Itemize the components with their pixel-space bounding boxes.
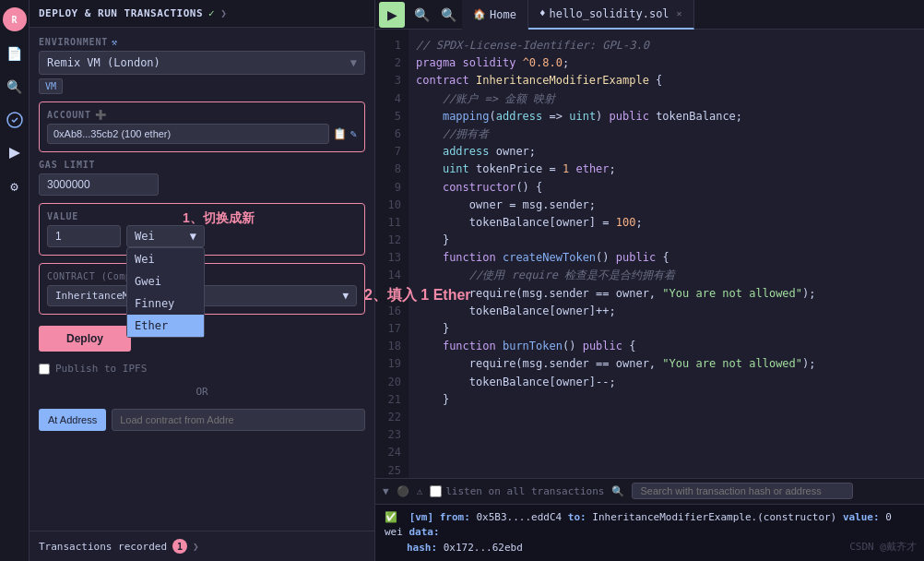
logo-icon: R <box>3 7 27 31</box>
env-arrow-icon: ▼ <box>350 56 357 69</box>
tx-to-label: to: <box>568 511 586 523</box>
tab-home[interactable]: 🏠 Home <box>462 0 528 30</box>
environment-label: ENVIRONMENT ⚒ <box>39 37 365 47</box>
deploy-header: DEPLOY & RUN TRANSACTIONS ✓ ❯ <box>30 0 374 28</box>
value-input[interactable] <box>47 225 121 247</box>
tx-hash-label: hash: <box>407 542 437 554</box>
code-editor: 12345 678910 1112131415 1617181920 21222… <box>375 30 924 478</box>
deploy-title: DEPLOY & RUN TRANSACTIONS <box>39 7 203 19</box>
value-label: VALUE <box>47 211 357 221</box>
publish-label: Publish to IPFS <box>55 363 147 375</box>
unit-option-gwei[interactable]: Gwei <box>127 270 204 292</box>
gas-limit-section: GAS LIMIT <box>39 160 365 196</box>
tx-ok-icon: ✅ <box>385 511 397 523</box>
gas-limit-input[interactable] <box>39 173 159 196</box>
tx-expand-arrow[interactable]: ❯ <box>193 541 199 553</box>
search-icon[interactable]: 🔍 <box>4 76 26 98</box>
code-line: pragma solidity ^0.8.0; <box>416 54 917 72</box>
compile-icon[interactable] <box>4 109 26 131</box>
tx-data-label: data: <box>409 526 440 538</box>
unit-select[interactable]: Wei ▼ <box>126 225 205 247</box>
bottom-bar: ▼ ⚫ ⚠ listen on all transactions 🔍 <box>375 478 924 504</box>
edit-icon[interactable]: ✎ <box>350 127 357 140</box>
account-row: 📋 ✎ <box>47 124 357 144</box>
zoom-in-button[interactable]: 🔍 <box>435 7 462 22</box>
tx-hash-value: 0x172...62ebd <box>444 542 523 554</box>
account-info-icon[interactable]: ➕ <box>95 110 107 120</box>
home-tab-icon: 🏠 <box>473 8 486 20</box>
publish-checkbox[interactable] <box>39 364 50 375</box>
code-line: } <box>416 232 917 249</box>
env-info-icon[interactable]: ⚒ <box>112 37 118 47</box>
tx-from-value: 0x5B3....eddC4 <box>477 511 563 523</box>
solidity-tab-label: hello_solidity.sol <box>550 7 669 20</box>
code-line: tokenBalance[owner] = 100; <box>416 214 917 232</box>
copy-icon[interactable]: 📋 <box>333 127 347 140</box>
collapse-icon[interactable]: ▼ <box>383 485 389 497</box>
listen-checkbox[interactable] <box>430 485 442 497</box>
icon-bar: R 📄 🔍 ⚙ <box>0 0 30 561</box>
code-line: require(msg.sender == owner, "You are no… <box>416 285 917 303</box>
gas-limit-label: GAS LIMIT <box>39 160 365 170</box>
collapse-arrow[interactable]: ❯ <box>220 7 227 19</box>
transactions-footer: Transactions recorded 1 ❯ <box>30 531 374 561</box>
tx-count-badge: 1 <box>172 539 187 554</box>
code-line: owner = msg.sender; <box>416 197 917 214</box>
tx-vm-label: [vm] <box>409 511 434 523</box>
tab-solidity[interactable]: ♦ hello_solidity.sol ✕ <box>528 0 694 30</box>
code-line: tokenBalance[owner]++; <box>416 303 917 320</box>
value-section: VALUE Wei ▼ Wei Gwei Finney Ether <box>39 203 365 256</box>
code-line: //使用 require 检查是不是合约拥有着 <box>416 267 917 284</box>
stop-icon[interactable]: ⚫ <box>397 485 409 497</box>
listen-checkbox-row: listen on all transactions <box>430 485 604 497</box>
deploy-button[interactable]: Deploy <box>39 326 131 352</box>
tx-log: ✅ [vm] from: 0x5B3....eddC4 to: Inherita… <box>375 504 924 562</box>
at-address-button[interactable]: At Address <box>39 409 106 431</box>
warning-icon: ⚠ <box>417 485 423 497</box>
code-line: } <box>416 391 917 409</box>
tab-bar: ▶ 🔍 🔍 🏠 Home ♦ hello_solidity.sol ✕ <box>375 0 924 30</box>
account-input[interactable] <box>47 124 329 144</box>
code-content[interactable]: // SPDX-License-Identifier: GPL-3.0 prag… <box>409 30 924 478</box>
code-line: contract InheritanceModifierExample { <box>416 72 917 90</box>
code-line: //拥有者 <box>416 125 917 143</box>
account-icons: 📋 ✎ <box>333 127 357 140</box>
environment-section: ENVIRONMENT ⚒ Remix VM (London) ▼ VM <box>39 37 365 94</box>
tab-close-icon[interactable]: ✕ <box>677 8 682 18</box>
load-contract-input[interactable] <box>112 409 365 431</box>
code-line: constructor() { <box>416 179 917 197</box>
tx-from-label: from: <box>440 511 470 523</box>
account-section: ACCOUNT ➕ 📋 ✎ <box>39 101 365 152</box>
zoom-out-button[interactable]: 🔍 <box>409 7 435 22</box>
svg-marker-1 <box>9 148 20 159</box>
account-label: ACCOUNT ➕ <box>47 110 357 120</box>
home-tab-label: Home <box>490 8 516 21</box>
code-line: require(msg.sender == owner, "You are no… <box>416 355 917 373</box>
line-numbers: 12345 678910 1112131415 1617181920 21222… <box>375 30 409 478</box>
unit-option-wei[interactable]: Wei <box>127 248 204 270</box>
tx-search-input[interactable] <box>632 483 853 499</box>
tx-value-label: value: <box>843 511 880 523</box>
watermark: CSDN @戴齐才 <box>849 540 917 554</box>
code-line: // SPDX-License-Identifier: GPL-3.0 <box>416 37 917 54</box>
environment-select[interactable]: Remix VM (London) ▼ <box>39 51 365 75</box>
settings-icon[interactable]: ⚙ <box>4 175 26 197</box>
deploy-icon[interactable] <box>4 142 26 164</box>
code-line: address owner; <box>416 143 917 161</box>
file-icon[interactable]: 📄 <box>4 42 26 65</box>
unit-dropdown: Wei Gwei Finney Ether <box>126 247 205 338</box>
code-line: function createNewToken() public { <box>416 249 917 267</box>
value-row: Wei ▼ Wei Gwei Finney Ether <box>47 225 357 247</box>
panel-body: ENVIRONMENT ⚒ Remix VM (London) ▼ VM ACC… <box>30 28 374 440</box>
unit-option-ether[interactable]: Ether <box>127 315 204 337</box>
publish-row: Publish to IPFS <box>39 363 365 375</box>
transactions-label: Transactions recorded <box>39 541 167 553</box>
code-line: mapping(address => uint) public tokenBal… <box>416 108 917 125</box>
unit-arrow: ▼ <box>190 230 196 243</box>
run-button[interactable]: ▶ <box>379 2 405 28</box>
unit-option-finney[interactable]: Finney <box>127 292 204 315</box>
editor-area: ▶ 🔍 🔍 🏠 Home ♦ hello_solidity.sol ✕ 1234… <box>375 0 924 561</box>
unit-label: Wei <box>135 230 155 243</box>
tx-to-value: InheritanceModifierExample.(constructor) <box>592 511 836 523</box>
code-line: //账户 => 金额 映射 <box>416 90 917 108</box>
